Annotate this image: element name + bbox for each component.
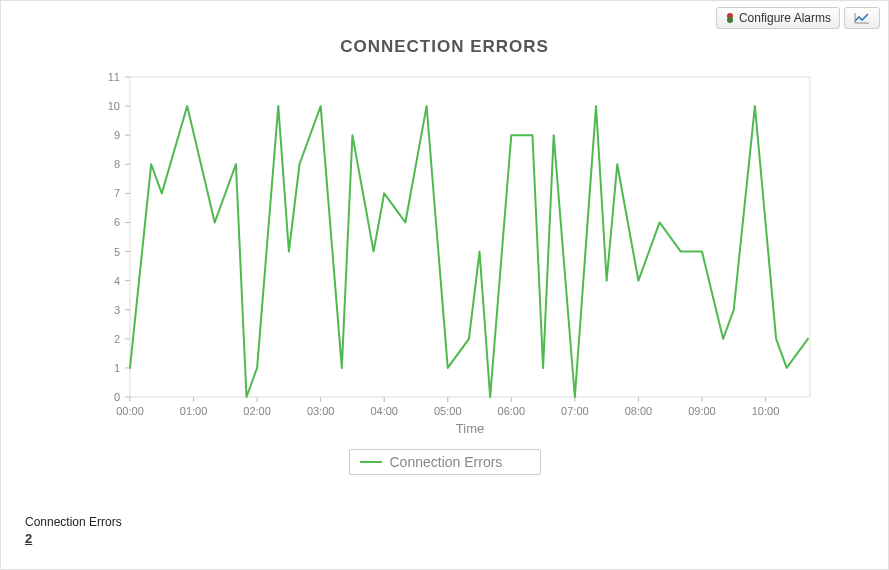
- svg-text:4: 4: [113, 275, 119, 287]
- footer-block: Connection Errors 2: [25, 515, 878, 546]
- svg-text:7: 7: [113, 187, 119, 199]
- line-chart: 0123456789101100:0001:0002:0003:0004:000…: [70, 67, 820, 437]
- svg-text:8: 8: [113, 158, 119, 170]
- legend-label: Connection Errors: [390, 454, 503, 470]
- chart-panel: Configure Alarms CONNECTION ERRORS 01234…: [0, 0, 889, 570]
- chart-legend: Connection Errors: [349, 449, 541, 475]
- svg-text:01:00: 01:00: [179, 405, 207, 417]
- footer-value: 2: [25, 531, 878, 546]
- chart-options-button[interactable]: [844, 7, 880, 29]
- svg-rect-0: [130, 77, 810, 397]
- svg-text:2: 2: [113, 333, 119, 345]
- svg-text:08:00: 08:00: [624, 405, 652, 417]
- configure-alarms-label: Configure Alarms: [739, 11, 831, 25]
- svg-text:9: 9: [113, 129, 119, 141]
- chart-icon: [854, 12, 870, 24]
- svg-text:04:00: 04:00: [370, 405, 398, 417]
- configure-alarms-button[interactable]: Configure Alarms: [716, 7, 840, 29]
- svg-text:03:00: 03:00: [306, 405, 334, 417]
- alarm-icon: [725, 13, 735, 23]
- svg-text:5: 5: [113, 246, 119, 258]
- chart-title: CONNECTION ERRORS: [11, 37, 878, 57]
- svg-text:00:00: 00:00: [116, 405, 144, 417]
- svg-text:07:00: 07:00: [561, 405, 589, 417]
- footer-label: Connection Errors: [25, 515, 878, 529]
- svg-text:06:00: 06:00: [497, 405, 525, 417]
- svg-text:11: 11: [107, 71, 119, 83]
- svg-text:05:00: 05:00: [433, 405, 461, 417]
- toolbar: Configure Alarms: [716, 7, 880, 29]
- svg-text:09:00: 09:00: [688, 405, 716, 417]
- svg-text:10: 10: [107, 100, 119, 112]
- svg-text:0: 0: [113, 391, 119, 403]
- svg-text:02:00: 02:00: [243, 405, 271, 417]
- legend-swatch: [360, 461, 382, 463]
- svg-text:Time: Time: [455, 421, 483, 436]
- chart-area: 0123456789101100:0001:0002:0003:0004:000…: [70, 67, 820, 437]
- svg-text:3: 3: [113, 304, 119, 316]
- svg-text:10:00: 10:00: [751, 405, 779, 417]
- svg-text:1: 1: [113, 362, 119, 374]
- svg-text:6: 6: [113, 216, 119, 228]
